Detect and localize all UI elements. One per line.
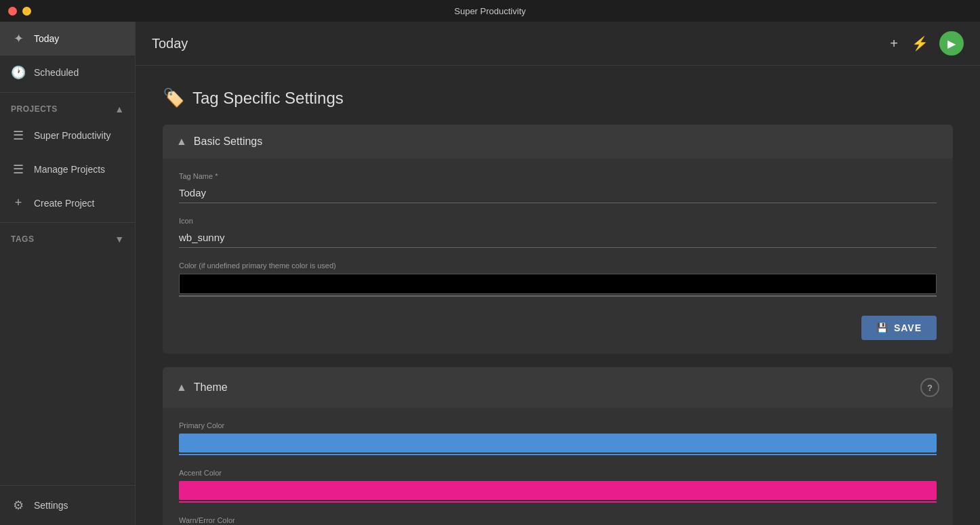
basic-settings-body: Tag Name * Icon Color (if undefined prim…	[163, 159, 953, 354]
primary-color-group: Primary Color	[179, 421, 937, 455]
color-input-wrapper	[179, 274, 937, 297]
sidebar-item-manage-projects[interactable]: ☰ Manage Projects	[0, 152, 135, 186]
settings-content: 🏷️ Tag Specific Settings ▲ Basic Setting…	[136, 66, 980, 525]
theme-header-right: ?	[920, 378, 939, 397]
projects-label: Projects	[11, 104, 58, 114]
sidebar-divider-1	[0, 92, 135, 93]
content-title: Today	[152, 36, 188, 51]
tags-label: Tags	[11, 234, 34, 244]
icon-group: Icon	[179, 217, 937, 248]
sidebar-item-create-project[interactable]: + Create Project	[0, 186, 135, 219]
window-controls	[8, 7, 31, 16]
basic-settings-header-left: ▲ Basic Settings	[176, 135, 262, 148]
tags-chevron-icon[interactable]: ▼	[115, 234, 124, 245]
theme-title: Theme	[194, 381, 228, 394]
tag-icon: 🏷️	[163, 87, 184, 108]
save-button[interactable]: 💾 SAVE	[861, 316, 937, 340]
color-swatch[interactable]	[179, 274, 937, 294]
minimize-button[interactable]	[22, 7, 31, 16]
close-button[interactable]	[8, 7, 17, 16]
list-icon-manage: ☰	[11, 162, 26, 177]
color-label: Color (if undefined primary theme color …	[179, 261, 937, 270]
sidebar-scheduled-label: Scheduled	[34, 67, 79, 78]
theme-chevron-icon: ▲	[176, 381, 187, 394]
scheduled-icon: 🕐	[11, 65, 26, 80]
primary-color-underline	[179, 454, 937, 455]
play-button[interactable]: ▶	[939, 31, 964, 56]
icon-input[interactable]	[179, 229, 937, 248]
basic-settings-chevron-icon: ▲	[176, 135, 187, 148]
sidebar-item-today[interactable]: ✦ Today	[0, 22, 135, 56]
add-task-button[interactable]: +	[887, 33, 901, 54]
create-project-label: Create Project	[34, 198, 94, 209]
flash-button[interactable]: ⚡	[909, 33, 931, 54]
theme-section-body: Primary Color Accent Color Warn/Error Co…	[163, 408, 953, 525]
color-group: Color (if undefined primary theme color …	[179, 261, 937, 297]
titlebar-title: Super Productivity	[454, 6, 526, 16]
basic-settings-section: ▲ Basic Settings Tag Name * Icon	[163, 125, 953, 354]
today-icon: ✦	[11, 31, 26, 46]
tag-name-label: Tag Name *	[179, 172, 937, 180]
manage-projects-label: Manage Projects	[34, 164, 105, 175]
sidebar: ✦ Today 🕐 Scheduled Projects ▲ ☰ Super P…	[0, 22, 136, 525]
sidebar-today-label: Today	[34, 33, 59, 44]
accent-color-group: Accent Color	[179, 469, 937, 503]
sidebar-item-super-productivity[interactable]: ☰ Super Productivity	[0, 119, 135, 152]
sidebar-divider-2	[0, 222, 135, 223]
theme-section: ▲ Theme ? Primary Color	[163, 367, 953, 525]
titlebar: Super Productivity	[0, 0, 980, 22]
color-underline	[179, 295, 937, 297]
save-icon: 💾	[876, 322, 889, 333]
accent-color-bar[interactable]	[179, 481, 937, 500]
accent-color-label: Accent Color	[179, 469, 937, 477]
theme-section-header[interactable]: ▲ Theme ?	[163, 367, 953, 408]
icon-label: Icon	[179, 217, 937, 225]
content-header: Today + ⚡ ▶	[136, 22, 980, 66]
tags-section-header: Tags ▼	[0, 226, 135, 249]
tag-name-input[interactable]	[179, 184, 937, 203]
theme-header-left: ▲ Theme	[176, 381, 228, 394]
tag-name-group: Tag Name *	[179, 172, 937, 203]
basic-settings-header[interactable]: ▲ Basic Settings	[163, 125, 953, 159]
save-row: 💾 SAVE	[179, 310, 937, 340]
settings-page-header: 🏷️ Tag Specific Settings	[163, 87, 953, 108]
basic-settings-title: Basic Settings	[194, 135, 262, 148]
settings-label: Settings	[34, 500, 68, 511]
warn-color-label: Warn/Error Color	[179, 516, 937, 524]
warn-color-group: Warn/Error Color	[179, 516, 937, 525]
main-layout: ✦ Today 🕐 Scheduled Projects ▲ ☰ Super P…	[0, 22, 980, 525]
settings-page-title: Tag Specific Settings	[192, 89, 344, 108]
primary-color-label: Primary Color	[179, 421, 937, 429]
sidebar-nav: ✦ Today 🕐 Scheduled Projects ▲ ☰ Super P…	[0, 22, 135, 485]
list-icon-super: ☰	[11, 128, 26, 143]
save-label: SAVE	[894, 322, 922, 333]
sidebar-item-scheduled[interactable]: 🕐 Scheduled	[0, 56, 135, 89]
settings-icon: ⚙	[11, 498, 26, 513]
accent-color-underline	[179, 501, 937, 503]
sidebar-bottom: ⚙ Settings	[0, 485, 135, 525]
primary-color-bar[interactable]	[179, 434, 937, 453]
content-area: Today + ⚡ ▶ 🏷️ Tag Specific Settings ▲ B…	[136, 22, 980, 525]
sidebar-item-settings[interactable]: ⚙ Settings	[0, 488, 135, 522]
header-actions: + ⚡ ▶	[887, 31, 964, 56]
theme-help-button[interactable]: ?	[920, 378, 939, 397]
projects-section-header: Projects ▲	[0, 96, 135, 119]
super-productivity-label: Super Productivity	[34, 130, 111, 141]
projects-chevron-icon[interactable]: ▲	[115, 104, 124, 114]
plus-icon: +	[11, 196, 26, 210]
